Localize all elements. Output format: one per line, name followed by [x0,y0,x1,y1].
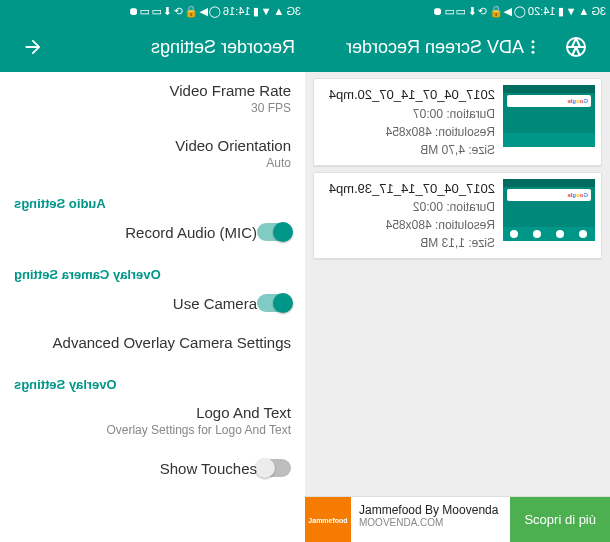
ad-logo: Jammefood [305,497,351,542]
video-frame-rate-row[interactable]: Video Frame Rate 30 FPS [0,72,305,127]
show-touches-toggle[interactable] [257,459,291,477]
audio-settings-header: Audio Settings [0,182,305,213]
setting-value: Auto [14,156,291,170]
setting-sub: Overlay Settings for Logo And Text [14,423,291,437]
recording-duration: Duration: 00:02 [320,198,495,216]
back-arrow-icon[interactable] [22,36,44,58]
download-icon: ⬇ [164,5,173,18]
recording-thumbnail: Google [503,85,595,147]
net-label: 3G [286,5,301,17]
setting-label: Logo And Text [14,404,291,421]
shield-icon: ◯ [515,5,527,18]
ad-title: Jammefood By Moovenda [359,503,502,517]
setting-label: Record Audio (MIC) [14,224,257,241]
tab-icon: ▭ [152,5,162,18]
settings-screen: ◯ ▶ 🔒 ⟳ ⬇ ▭ ▭ ⏺ 3G ▲ ▼ ▮ 14:16 Recorder … [0,0,305,542]
lock-icon: 🔒 [185,5,199,18]
recording-size: Size: 4,70 MB [320,141,495,159]
app-bar: ADV Screen Recorder [305,22,610,72]
setting-label: Use Camera [14,295,257,312]
sync-icon: ⟳ [174,5,183,18]
clock: 14:20 [528,5,556,17]
battery-icon: ▮ [558,5,564,18]
logo-text-row[interactable]: Logo And Text Overlay Settings for Logo … [0,394,305,449]
lock-icon: 🔒 [490,5,504,18]
clock: 14:16 [223,5,251,17]
recording-resolution: Resolution: 480x854 [320,123,495,141]
wifi-icon: ▼ [566,5,577,17]
ad-banner[interactable]: Jammefood Jammefood By Moovenda MOOVENDA… [305,496,610,542]
ad-subtitle: MOOVENDA.COM [359,517,502,528]
status-bar: ◯ ▶ 🔒 ⟳ ⬇ ▭ ▭ ⏺ 3G ▲ ▼ ▮ 14:20 [305,0,610,22]
advanced-camera-row[interactable]: Advanced Overlay Camera Settings [0,324,305,363]
app-title: ADV Screen Recorder [315,37,524,58]
settings-list: Video Frame Rate 30 FPS Video Orientatio… [0,72,305,542]
recorder-main-screen: ◯ ▶ 🔒 ⟳ ⬇ ▭ ▭ ⏺ 3G ▲ ▼ ▮ 14:20 ADV Scree… [305,0,610,542]
setting-label: Advanced Overlay Camera Settings [14,334,291,351]
recording-thumbnail: Google [503,179,595,241]
recording-filename: 2017_04_07_14_17_39.mp4 [320,179,495,199]
setting-label: Show Touches [14,460,257,477]
sync-icon: ⟳ [479,5,488,18]
aperture-icon[interactable] [564,35,588,59]
play-icon: ▶ [200,5,208,18]
net-label: 3G [591,5,606,17]
setting-label: Video Orientation [14,137,291,154]
battery-icon: ▮ [253,5,259,18]
ad-cta-button[interactable]: Scopri di più [510,497,610,542]
recording-size: Size: 1,13 MB [320,234,495,252]
recording-resolution: Resolution: 480x854 [320,216,495,234]
svg-point-1 [532,40,535,43]
wifi-icon: ▼ [261,5,272,17]
signal-icon: ▲ [578,5,589,17]
shield-icon: ◯ [210,5,222,18]
status-bar: ◯ ▶ 🔒 ⟳ ⬇ ▭ ▭ ⏺ 3G ▲ ▼ ▮ 14:16 [0,0,305,22]
app-bar: Recorder Settings [0,22,305,72]
show-touches-row[interactable]: Show Touches [0,449,305,489]
svg-point-2 [532,46,535,49]
recording-filename: 2017_04_07_14_07_20.mp4 [320,85,495,105]
video-orientation-row[interactable]: Video Orientation Auto [0,127,305,182]
recording-item[interactable]: Google 2017_04_07_14_07_20.mp4 Duration:… [313,78,602,166]
svg-point-3 [532,51,535,54]
tab-icon: ▭ [457,5,467,18]
download-icon: ⬇ [469,5,478,18]
rec-icon: ⏺ [128,5,139,17]
recording-item[interactable]: Google 2017_04_07_14_17_39.mp4 Duration:… [313,172,602,260]
rec-icon: ⏺ [433,5,444,17]
page-title: Recorder Settings [44,37,295,58]
signal-icon: ▲ [273,5,284,17]
overflow-menu-icon[interactable] [524,36,542,58]
camera-settings-header: Overlay Camera Setting [0,253,305,284]
play-icon: ▶ [505,5,513,18]
use-camera-row[interactable]: Use Camera [0,284,305,324]
setting-value: 30 FPS [14,101,291,115]
record-audio-toggle[interactable] [257,223,291,241]
setting-label: Video Frame Rate [14,82,291,99]
overlay-settings-header: Overlay Settings [0,363,305,394]
cast-icon: ▭ [141,5,151,18]
recordings-list: Google 2017_04_07_14_07_20.mp4 Duration:… [305,72,610,542]
recording-duration: Duration: 00:07 [320,105,495,123]
use-camera-toggle[interactable] [257,294,291,312]
record-audio-row[interactable]: Record Audio (MIC) [0,213,305,253]
cast-icon: ▭ [446,5,456,18]
